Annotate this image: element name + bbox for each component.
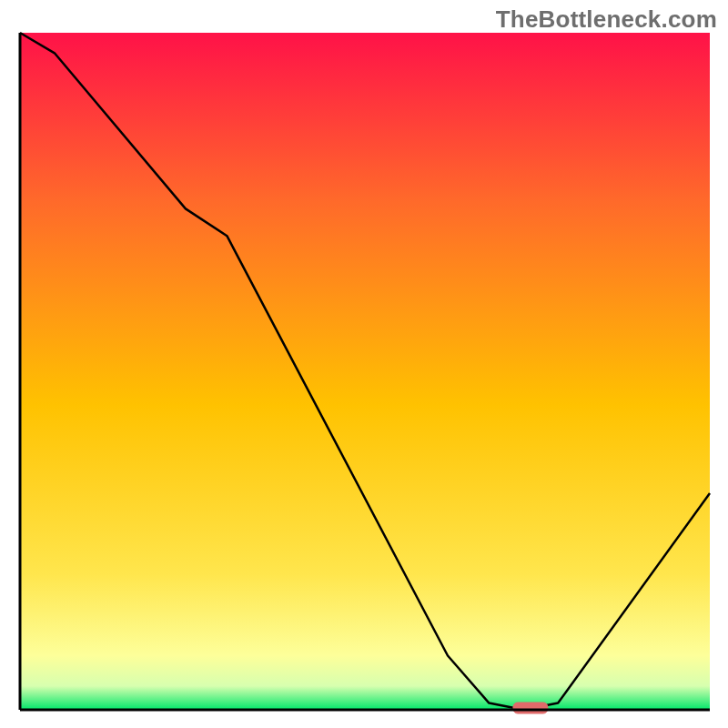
- optimal-marker: [513, 703, 548, 713]
- bottleneck-chart: TheBottleneck.com: [0, 0, 728, 728]
- watermark-label: TheBottleneck.com: [496, 5, 717, 34]
- chart-svg: [0, 0, 728, 728]
